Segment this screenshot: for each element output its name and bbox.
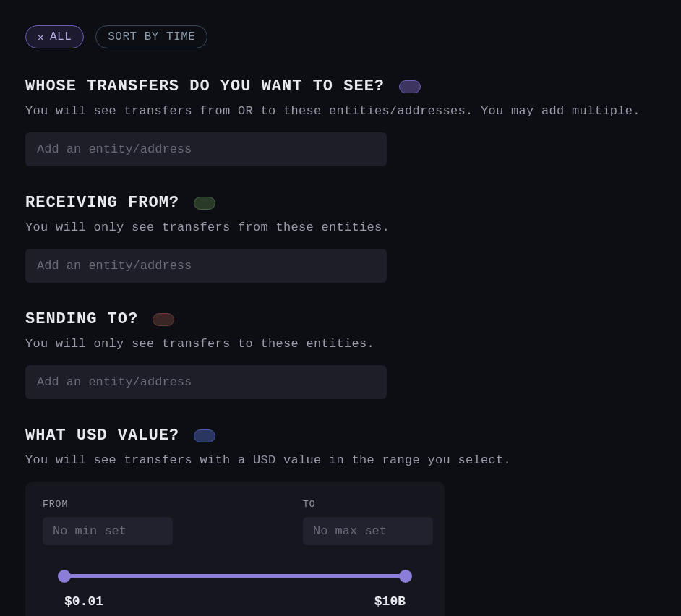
whose-transfers-section: WHOSE TRANSFERS DO YOU WANT TO SEE? You … xyxy=(25,77,656,166)
usd-to-input[interactable] xyxy=(303,517,433,545)
usd-badge xyxy=(194,429,215,442)
sending-badge xyxy=(153,313,174,326)
section-header: RECEIVING FROM? xyxy=(25,194,656,212)
receiving-badge xyxy=(194,197,215,210)
sending-entity-input[interactable] xyxy=(25,365,387,399)
range-from-col: FROM xyxy=(43,499,173,545)
usd-min-display: $0.01 xyxy=(64,594,103,609)
receiving-from-desc: You will only see transfers from these e… xyxy=(25,221,656,234)
section-header: WHAT USD VALUE? xyxy=(25,427,656,445)
filter-all-pill[interactable]: ✕ ALL xyxy=(25,25,84,48)
receiving-from-section: RECEIVING FROM? You will only see transf… xyxy=(25,194,656,283)
sending-to-desc: You will only see transfers to these ent… xyxy=(25,337,656,351)
range-inputs: FROM TO xyxy=(43,499,427,545)
range-to-col: TO xyxy=(303,499,433,545)
slider-wrap: $0.01 $10B xyxy=(43,574,427,609)
whose-transfers-desc: You will see transfers from OR to these … xyxy=(25,104,656,118)
whose-badge xyxy=(399,80,421,93)
filter-bar: ✕ ALL SORT BY TIME xyxy=(25,25,656,48)
whose-transfers-title: WHOSE TRANSFERS DO YOU WANT TO SEE? xyxy=(25,77,385,95)
usd-range-box: FROM TO $0.01 $10B xyxy=(25,482,445,616)
receiving-from-title: RECEIVING FROM? xyxy=(25,194,179,212)
receiving-entity-input[interactable] xyxy=(25,249,387,283)
sort-label: SORT BY TIME xyxy=(108,30,195,43)
sort-by-time-pill[interactable]: SORT BY TIME xyxy=(95,25,207,48)
usd-from-input[interactable] xyxy=(43,517,173,545)
filter-all-label: ALL xyxy=(50,30,72,43)
from-label: FROM xyxy=(43,499,173,510)
section-header: SENDING TO? xyxy=(25,310,656,328)
close-icon: ✕ xyxy=(38,31,44,43)
sending-to-section: SENDING TO? You will only see transfers … xyxy=(25,310,656,399)
whose-entity-input[interactable] xyxy=(25,132,387,166)
usd-slider-min-handle[interactable] xyxy=(58,570,71,583)
slider-labels: $0.01 $10B xyxy=(64,594,406,609)
usd-value-desc: You will see transfers with a USD value … xyxy=(25,453,656,467)
usd-value-title: WHAT USD VALUE? xyxy=(25,427,179,445)
sending-to-title: SENDING TO? xyxy=(25,310,138,328)
to-label: TO xyxy=(303,499,433,510)
usd-slider-track[interactable] xyxy=(64,574,406,578)
usd-max-display: $10B xyxy=(374,594,406,609)
usd-value-section: WHAT USD VALUE? You will see transfers w… xyxy=(25,427,656,616)
section-header: WHOSE TRANSFERS DO YOU WANT TO SEE? xyxy=(25,77,656,95)
usd-slider-max-handle[interactable] xyxy=(399,570,412,583)
